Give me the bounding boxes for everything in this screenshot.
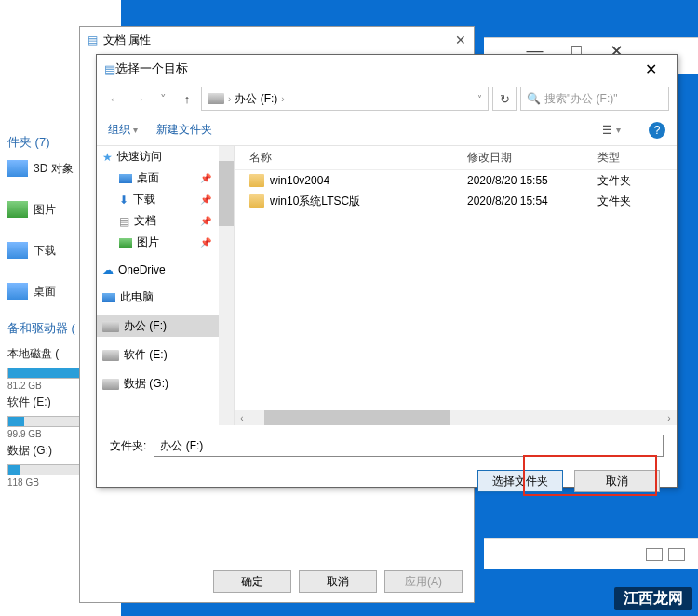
nav-documents[interactable]: ▤文档📌 — [97, 210, 234, 232]
pictures-icon — [7, 201, 28, 218]
search-placeholder: 搜索"办公 (F:)" — [544, 91, 618, 107]
cloud-icon: ☁ — [102, 263, 114, 276]
drive-icon — [102, 321, 119, 332]
select-folder-button[interactable]: 选择文件夹 — [477, 470, 563, 492]
folder-dialog-icon: ▤ — [104, 62, 115, 76]
search-input[interactable]: 🔍 搜索"办公 (F:)" — [520, 87, 669, 111]
organize-menu[interactable]: 组织 ▾ — [108, 122, 138, 138]
pin-icon: 📌 — [200, 216, 211, 226]
refresh-button[interactable]: ↻ — [492, 87, 517, 111]
properties-title-text: 文档 属性 — [103, 33, 151, 48]
scroll-right-icon[interactable]: › — [662, 410, 677, 425]
drive-gauge-c — [7, 368, 89, 379]
column-headers: 名称 修改日期 类型 — [235, 146, 677, 170]
dialog-button-row: 选择文件夹 取消 — [110, 470, 664, 492]
properties-cancel-button[interactable]: 取消 — [299, 570, 377, 593]
properties-close-button[interactable]: ✕ — [455, 33, 466, 47]
properties-titlebar[interactable]: ▤ 文档 属性 ✕ — [80, 27, 474, 53]
drive-gauge-e — [7, 416, 89, 427]
nav-recent-dropdown[interactable]: ˅ — [153, 88, 173, 109]
search-icon: 🔍 — [527, 92, 541, 105]
nav-back-button[interactable]: ← — [104, 88, 125, 109]
properties-apply-button: 应用(A) — [384, 570, 463, 593]
picker-body: ★快速访问 桌面📌 ⬇下载📌 ▤文档📌 图片📌 ☁OneDrive 此电脑 办公… — [97, 146, 677, 425]
drive-icon — [102, 350, 119, 361]
folder-picker-dialog: ▤ 选择一个目标 ✕ ← → ˅ ↑ › 办公 (F:) › ˅ ↻ 🔍 搜索"… — [96, 54, 678, 488]
nav-drive-f[interactable]: 办公 (F:) — [97, 315, 234, 337]
document-icon: ▤ — [119, 215, 129, 228]
nav-scrollbar[interactable] — [219, 146, 234, 425]
folder-name-label: 文件夹: — [110, 438, 146, 454]
properties-footer: 确定 取消 应用(A) — [213, 570, 463, 593]
navigation-pane: ★快速访问 桌面📌 ⬇下载📌 ▤文档📌 图片📌 ☁OneDrive 此电脑 办公… — [97, 146, 235, 425]
nav-drive-e[interactable]: 软件 (E:) — [97, 344, 234, 366]
column-date[interactable]: 修改日期 — [467, 150, 597, 166]
view-options-icon: ☰ — [602, 124, 612, 137]
nav-forward-button: → — [128, 88, 149, 109]
navigation-row: ← → ˅ ↑ › 办公 (F:) › ˅ ↻ 🔍 搜索"办公 (F:)" — [97, 83, 677, 114]
folder-icon — [249, 174, 264, 187]
new-folder-button[interactable]: 新建文件夹 — [156, 122, 212, 138]
desktop-icon — [7, 283, 28, 300]
chevron-right-icon: › — [228, 94, 231, 104]
nav-scrollbar-thumb[interactable] — [219, 161, 234, 226]
nav-thispc[interactable]: 此电脑 — [97, 287, 234, 308]
pin-icon: 📌 — [200, 194, 211, 205]
document-icon: ▤ — [87, 33, 98, 47]
picker-title-text: 选择一个目标 — [115, 60, 188, 77]
desktop-icon — [119, 174, 132, 183]
picker-close-button[interactable]: ✕ — [632, 60, 669, 78]
file-row[interactable]: win10v2004 2020/8/20 15:55 文件夹 — [235, 170, 677, 191]
nav-up-button[interactable]: ↑ — [177, 88, 197, 109]
3d-objects-icon — [7, 160, 28, 177]
chevron-down-icon[interactable]: ˅ — [477, 94, 482, 104]
column-type[interactable]: 类型 — [597, 150, 653, 166]
scrollbar-thumb[interactable] — [264, 410, 450, 425]
pin-icon: 📌 — [200, 237, 211, 248]
folder-icon — [249, 194, 264, 208]
view-tiles-icon[interactable] — [668, 548, 685, 561]
pictures-icon — [119, 238, 132, 248]
nav-onedrive[interactable]: ☁OneDrive — [97, 261, 234, 279]
scroll-left-icon[interactable]: ‹ — [235, 410, 249, 425]
breadcrumb-current[interactable]: 办公 (F:) — [235, 91, 277, 107]
star-icon: ★ — [102, 151, 113, 164]
downloads-icon — [7, 242, 28, 259]
column-name[interactable]: 名称 — [235, 150, 467, 166]
picker-titlebar[interactable]: ▤ 选择一个目标 ✕ — [97, 55, 677, 83]
nav-desktop[interactable]: 桌面📌 — [97, 167, 234, 189]
drive-icon — [208, 93, 224, 104]
picker-footer: 文件夹: 选择文件夹 取消 — [97, 425, 677, 502]
nav-drive-g[interactable]: 数据 (G:) — [97, 373, 234, 395]
file-row[interactable]: win10系统LTSC版 2020/8/20 15:54 文件夹 — [235, 191, 677, 211]
pc-icon — [102, 293, 115, 302]
nav-pictures[interactable]: 图片📌 — [97, 232, 234, 253]
nav-quick-access[interactable]: ★快速访问 — [97, 146, 234, 167]
horizontal-scrollbar[interactable]: ‹ › — [235, 410, 677, 425]
folder-name-input[interactable] — [154, 435, 664, 457]
watermark: 江西龙网 — [614, 587, 692, 610]
drive-icon — [102, 379, 119, 390]
help-button[interactable]: ? — [649, 122, 665, 139]
file-list-pane: 名称 修改日期 类型 win10v2004 2020/8/20 15:55 文件… — [235, 146, 677, 425]
nav-downloads[interactable]: ⬇下载📌 — [97, 189, 234, 210]
bg-statusbar — [484, 538, 698, 569]
folder-name-row: 文件夹: — [110, 435, 664, 457]
chevron-right-icon: › — [281, 94, 284, 104]
toolbar: 组织 ▾ 新建文件夹 ☰▾ ? — [97, 114, 677, 146]
view-menu[interactable]: ☰▾ — [602, 124, 621, 137]
view-details-icon[interactable] — [646, 548, 663, 561]
cancel-button[interactable]: 取消 — [574, 470, 660, 492]
drive-gauge-g — [7, 464, 89, 475]
pin-icon: 📌 — [200, 173, 211, 183]
download-arrow-icon: ⬇ — [119, 194, 128, 207]
breadcrumb-bar[interactable]: › 办公 (F:) › ˅ — [201, 87, 489, 111]
properties-ok-button[interactable]: 确定 — [213, 570, 291, 593]
